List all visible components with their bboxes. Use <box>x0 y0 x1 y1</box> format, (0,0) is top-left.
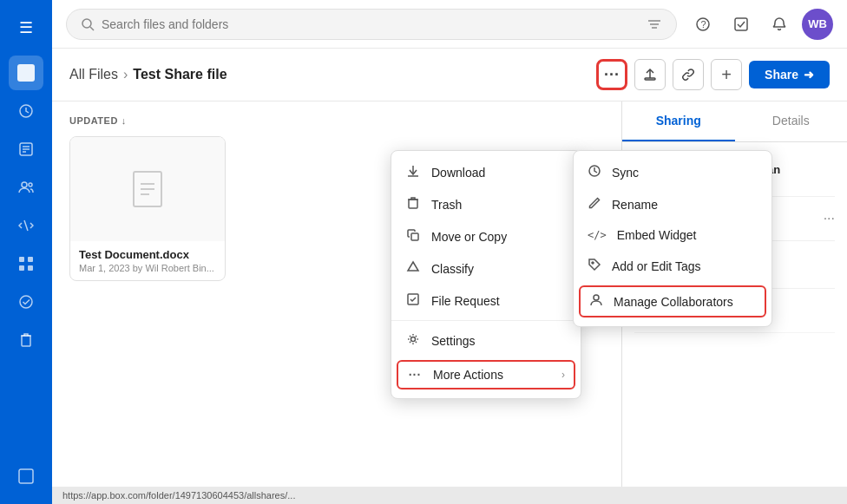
file-thumbnail <box>70 137 225 241</box>
file-card[interactable]: Test Document.docx Mar 1, 2023 by Wil Ro… <box>69 136 226 281</box>
menu-divider <box>391 320 581 321</box>
trash-menu-icon <box>405 196 421 213</box>
svg-rect-14 <box>22 336 30 346</box>
box-icon[interactable] <box>9 459 43 494</box>
help-button[interactable]: ? <box>687 9 719 40</box>
menu-icon[interactable]: ☰ <box>9 10 43 45</box>
svg-point-6 <box>22 182 27 187</box>
tags-icon <box>588 258 601 274</box>
classify-icon <box>405 260 421 277</box>
more-actions-arrow: › <box>561 369 565 381</box>
menu-item-file-request[interactable]: File Request <box>391 285 581 317</box>
recent-icon[interactable] <box>9 94 43 128</box>
svg-rect-25 <box>645 78 655 80</box>
breadcrumb-current: Test Share file <box>133 67 227 82</box>
svg-rect-32 <box>409 200 417 208</box>
sort-header[interactable]: UPDATED ↓ <box>69 115 604 126</box>
menu-item-settings[interactable]: Settings <box>391 324 581 357</box>
svg-rect-9 <box>19 257 24 262</box>
svg-line-8 <box>24 220 28 231</box>
notes-icon[interactable] <box>9 132 43 167</box>
svg-rect-23 <box>735 18 747 30</box>
share-button[interactable]: Share ➜ <box>749 61 830 88</box>
svg-point-38 <box>594 295 599 300</box>
sidebar: ☰ <box>0 0 52 504</box>
url-bar: https://app.box.com/folder/1497130604453… <box>52 487 847 504</box>
file-request-label: File Request <box>431 294 500 308</box>
svg-rect-0 <box>17 64 35 82</box>
dropdown-menu: Download Trash Move or Copy Classify <box>391 150 581 399</box>
search-input[interactable] <box>102 17 640 31</box>
sync-icon <box>588 164 601 180</box>
panel-tabs: Sharing Details <box>622 101 847 142</box>
submenu-rename[interactable]: Rename <box>574 188 771 220</box>
submenu-manage-collaborators[interactable]: Manage Collaborators <box>579 285 766 317</box>
file-meta: Mar 1, 2023 by Wil Robert Bin... <box>79 263 216 273</box>
trash-icon[interactable] <box>9 323 43 357</box>
filter-icon[interactable] <box>647 16 662 32</box>
move-copy-icon <box>405 228 421 245</box>
svg-text:?: ? <box>701 19 706 29</box>
rename-icon <box>588 196 601 213</box>
menu-item-more-actions[interactable]: ··· More Actions › <box>397 360 575 389</box>
tasks-button[interactable] <box>726 9 757 40</box>
svg-rect-10 <box>28 257 33 262</box>
settings-label: Settings <box>431 334 476 348</box>
check-icon[interactable] <box>9 285 43 319</box>
collab-more-button[interactable]: ··· <box>824 211 835 226</box>
menu-item-download[interactable]: Download <box>391 156 581 188</box>
move-copy-label: Move or Copy <box>431 230 507 244</box>
svg-point-16 <box>82 19 91 28</box>
more-actions-button[interactable]: ··· <box>596 59 627 90</box>
menu-item-move-copy[interactable]: Move or Copy <box>391 220 581 252</box>
submenu-sync[interactable]: Sync <box>574 156 771 188</box>
file-request-icon <box>405 292 421 309</box>
download-icon <box>405 164 421 180</box>
apps-icon[interactable] <box>9 246 43 281</box>
main-content: ? WB All Files › Test Share file ··· <box>52 0 847 504</box>
svg-point-7 <box>29 183 32 187</box>
menu-item-trash[interactable]: Trash <box>391 188 581 220</box>
svg-rect-33 <box>411 233 418 240</box>
tab-details[interactable]: Details <box>735 101 848 141</box>
svg-point-37 <box>592 262 594 264</box>
embed-label: Embed Widget <box>617 228 697 242</box>
breadcrumb-separator: › <box>123 67 128 82</box>
embed-icon: </> <box>588 229 607 241</box>
notifications-button[interactable] <box>764 9 795 40</box>
breadcrumb-parent[interactable]: All Files <box>69 67 118 82</box>
svg-line-17 <box>90 27 94 30</box>
home-icon[interactable] <box>9 56 43 90</box>
manage-collaborators-icon <box>589 293 603 310</box>
more-actions-icon: ··· <box>407 368 423 382</box>
upload-button[interactable] <box>634 59 666 90</box>
submenu-embed[interactable]: </> Embed Widget <box>574 220 771 250</box>
breadcrumb: All Files › Test Share file <box>69 67 586 82</box>
sync-label: Sync <box>612 166 639 180</box>
submenu: Sync Rename </> Embed Widget Add or Edit… <box>573 150 772 327</box>
tab-sharing[interactable]: Sharing <box>622 101 735 141</box>
svg-point-35 <box>411 337 416 342</box>
tags-label: Add or Edit Tags <box>612 259 700 273</box>
topbar: ? WB <box>52 0 847 49</box>
add-button[interactable]: + <box>711 59 742 90</box>
url-text: https://app.box.com/folder/1497130604453… <box>62 490 295 501</box>
search-icon <box>81 17 95 31</box>
people-icon[interactable] <box>9 170 43 205</box>
link-button[interactable] <box>673 59 704 90</box>
svg-point-13 <box>20 296 32 308</box>
search-box[interactable] <box>66 9 677 40</box>
file-info: Test Document.docx Mar 1, 2023 by Wil Ro… <box>70 241 225 280</box>
manage-collaborators-label: Manage Collaborators <box>614 295 733 309</box>
svg-rect-15 <box>19 469 33 483</box>
doc-icon <box>127 168 168 210</box>
more-actions-label: More Actions <box>433 368 503 382</box>
submenu-tags[interactable]: Add or Edit Tags <box>574 250 771 282</box>
svg-rect-11 <box>19 265 24 271</box>
integrations-icon[interactable] <box>9 208 43 243</box>
menu-item-classify[interactable]: Classify <box>391 252 581 285</box>
classify-label: Classify <box>431 262 474 276</box>
user-avatar[interactable]: WB <box>802 9 833 40</box>
file-header: All Files › Test Share file ··· + Share … <box>52 49 847 101</box>
topbar-actions: ? WB <box>687 9 833 40</box>
